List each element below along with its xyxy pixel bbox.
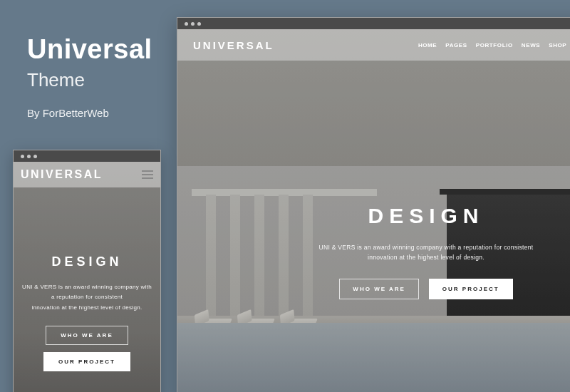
theme-byline: By ForBetterWeb xyxy=(27,107,152,119)
mobile-hero: DESIGN UNI & VERS is an award winning co… xyxy=(14,254,160,371)
window-dot xyxy=(197,22,201,26)
our-project-button[interactable]: OUR PROJECT xyxy=(43,352,130,371)
brand-logo[interactable]: UNIVERSAL xyxy=(21,168,103,181)
nav-item-home[interactable]: HOME xyxy=(418,42,437,48)
hero-heading: DESIGN xyxy=(21,254,153,269)
theme-subtitle: Theme xyxy=(27,69,152,91)
mobile-preview: UNIVERSAL DESIGN UNI & VERS is an award … xyxy=(13,150,161,392)
browser-chrome xyxy=(14,150,160,162)
mobile-nav: UNIVERSAL xyxy=(14,162,160,187)
hero-tagline: UNI & VERS is an award winning company w… xyxy=(21,282,153,313)
mobile-stage: UNIVERSAL DESIGN UNI & VERS is an award … xyxy=(14,162,160,392)
window-dot xyxy=(191,22,195,26)
nav-item-news[interactable]: NEWS xyxy=(522,42,540,48)
nav-item-pages[interactable]: PAGES xyxy=(445,42,467,48)
browser-chrome xyxy=(177,18,570,29)
hero-tagline: UNI & VERS is an award winning company w… xyxy=(177,242,570,263)
hamburger-icon[interactable] xyxy=(142,170,153,179)
window-dot xyxy=(33,155,37,158)
window-dot xyxy=(21,155,24,158)
who-we-are-button[interactable]: WHO WE ARE xyxy=(46,326,128,345)
theme-header: Universal Theme By ForBetterWeb xyxy=(27,34,152,119)
desktop-stage: UNIVERSAL HOME PAGES PORTFOLIO NEWS SHOP… xyxy=(177,29,570,392)
our-project-button[interactable]: OUR PROJECT xyxy=(429,279,513,299)
hero-heading: DESIGN xyxy=(177,204,570,228)
desktop-hero: DESIGN UNI & VERS is an award winning co… xyxy=(177,204,570,299)
theme-title: Universal xyxy=(27,34,152,65)
window-dot xyxy=(185,22,188,26)
hero-buttons: WHO WE ARE OUR PROJECT xyxy=(177,279,570,299)
window-dot xyxy=(27,155,31,158)
who-we-are-button[interactable]: WHO WE ARE xyxy=(339,279,418,299)
desktop-preview: UNIVERSAL HOME PAGES PORTFOLIO NEWS SHOP… xyxy=(177,17,570,392)
desktop-nav: UNIVERSAL HOME PAGES PORTFOLIO NEWS SHOP… xyxy=(177,29,570,61)
nav-menu: HOME PAGES PORTFOLIO NEWS SHOP PURCHASE … xyxy=(418,41,570,50)
nav-item-portfolio[interactable]: PORTFOLIO xyxy=(476,42,513,48)
brand-logo[interactable]: UNIVERSAL xyxy=(193,39,274,51)
nav-item-shop[interactable]: SHOP xyxy=(549,42,566,48)
hero-buttons: WHO WE ARE OUR PROJECT xyxy=(21,326,153,371)
